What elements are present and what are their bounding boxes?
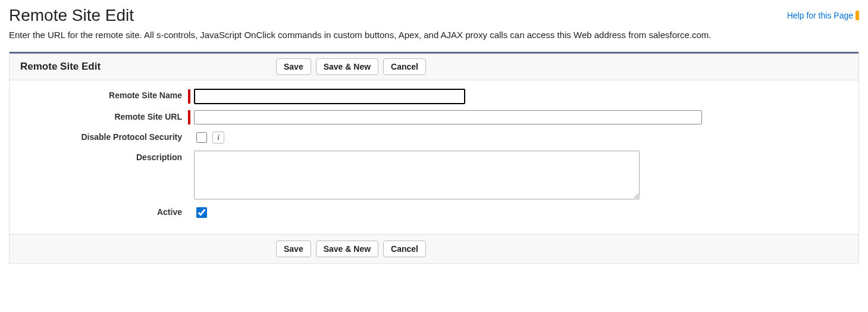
section-header: Remote Site Edit Save Save & New Cancel bbox=[10, 54, 858, 80]
required-indicator-icon bbox=[188, 110, 190, 124]
page-title: Remote Site Edit bbox=[9, 6, 134, 25]
help-icon bbox=[856, 11, 859, 20]
save-button-bottom[interactable]: Save bbox=[276, 241, 311, 257]
active-checkbox[interactable] bbox=[196, 207, 207, 218]
disable-security-checkbox[interactable] bbox=[196, 132, 207, 143]
page-description: Enter the URL for the remote site. All s… bbox=[9, 30, 859, 40]
label-site-name: Remote Site Name bbox=[10, 89, 188, 100]
label-site-url: Remote Site URL bbox=[10, 110, 188, 121]
row-active: Active bbox=[10, 205, 858, 220]
row-site-url: Remote Site URL bbox=[10, 110, 858, 124]
row-disable-security: Disable Protocol Security i bbox=[10, 130, 858, 145]
section-footer: Save Save & New Cancel bbox=[10, 234, 858, 263]
row-site-name: Remote Site Name bbox=[10, 89, 858, 104]
site-url-input[interactable] bbox=[194, 110, 702, 124]
cancel-button-bottom[interactable]: Cancel bbox=[383, 241, 426, 257]
save-new-button[interactable]: Save & New bbox=[316, 58, 378, 75]
help-link[interactable]: Help for this Page bbox=[787, 11, 859, 20]
save-button[interactable]: Save bbox=[276, 58, 311, 75]
label-disable-security: Disable Protocol Security bbox=[10, 130, 188, 142]
section-title: Remote Site Edit bbox=[20, 61, 276, 73]
site-name-input[interactable] bbox=[194, 89, 465, 104]
label-active: Active bbox=[10, 205, 188, 217]
footer-spacer bbox=[10, 241, 276, 257]
help-link-label: Help for this Page bbox=[787, 11, 853, 20]
cancel-button[interactable]: Cancel bbox=[383, 58, 426, 75]
button-row-top: Save Save & New Cancel bbox=[276, 58, 426, 75]
info-icon[interactable]: i bbox=[212, 132, 224, 143]
label-description: Description bbox=[10, 151, 188, 162]
save-new-button-bottom[interactable]: Save & New bbox=[316, 241, 378, 257]
row-description: Description bbox=[10, 151, 858, 199]
required-indicator-icon bbox=[188, 89, 190, 104]
form-body: Remote Site Name Remote Site URL Disable… bbox=[10, 80, 858, 234]
button-row-bottom: Save Save & New Cancel bbox=[276, 241, 426, 257]
description-textarea[interactable] bbox=[194, 151, 640, 199]
form-section: Remote Site Edit Save Save & New Cancel … bbox=[9, 52, 859, 264]
